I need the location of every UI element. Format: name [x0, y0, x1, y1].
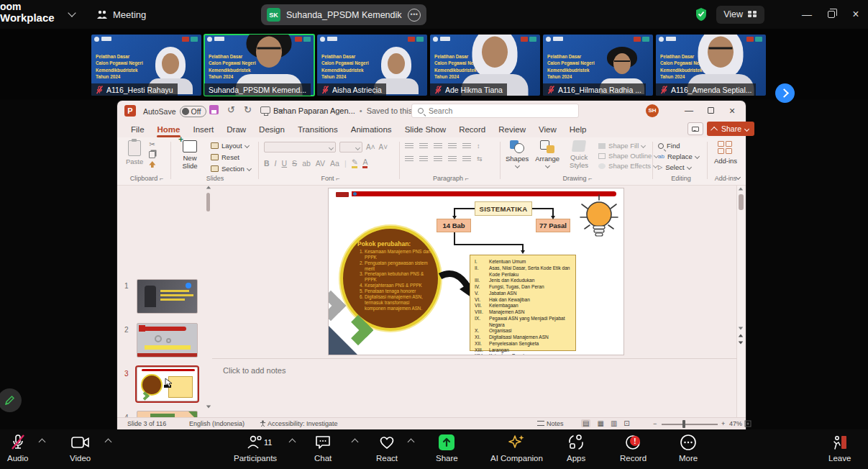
reading-view-icon[interactable]: ▥: [611, 419, 617, 427]
document-title[interactable]: Bahan Paparan Agen...: [273, 106, 355, 115]
zoom-level[interactable]: 47%: [729, 420, 742, 427]
tab-animations[interactable]: Animations: [344, 122, 398, 137]
slideshow-icon[interactable]: [260, 106, 270, 114]
tab-design[interactable]: Design: [252, 122, 291, 137]
tab-file[interactable]: File: [124, 122, 151, 137]
undo-icon[interactable]: ↺: [227, 104, 235, 115]
next-page-button[interactable]: [775, 83, 795, 103]
zoom-in-icon[interactable]: +: [721, 420, 725, 427]
chevron-down-icon[interactable]: [68, 9, 76, 17]
apps-button[interactable]: Apps: [567, 433, 585, 463]
video-tile-1[interactable]: Pelatihan DasarCalon Pegawai NegeriKemen…: [91, 35, 201, 96]
video-button[interactable]: Video: [70, 433, 91, 463]
annotation-pencil-button[interactable]: [0, 388, 22, 412]
more-button[interactable]: More: [679, 433, 698, 463]
smartart-icon[interactable]: ⇆: [477, 155, 483, 163]
shape-effects-button[interactable]: Shape Effects: [598, 162, 658, 170]
view-button[interactable]: View: [716, 6, 764, 24]
slide-thumbnail-1[interactable]: [137, 279, 198, 314]
align-left-icon[interactable]: [405, 156, 414, 163]
tab-meeting[interactable]: Meeting: [96, 6, 146, 23]
highlight-color-button[interactable]: ✎: [352, 158, 358, 168]
char-spacing-button[interactable]: AV: [316, 159, 325, 168]
justify-icon[interactable]: [448, 156, 457, 163]
ppt-minimize-button[interactable]: —: [678, 101, 700, 120]
bullets-icon[interactable]: [405, 143, 414, 150]
accessibility-status[interactable]: Accessibility: Investigate: [260, 420, 338, 427]
slide-info[interactable]: Slide 3 of 116: [127, 420, 166, 427]
slide-thumbnail-3[interactable]: [137, 367, 198, 401]
tab-help[interactable]: Help: [563, 122, 593, 137]
shrink-font-icon[interactable]: A˅: [379, 143, 388, 151]
zoom-slider-knob[interactable]: [682, 420, 685, 428]
collapse-ribbon-icon[interactable]: [736, 169, 740, 182]
search-input[interactable]: Search: [411, 104, 579, 118]
video-tile-3[interactable]: Pelatihan DasarCalon Pegawai NegeriKemen…: [317, 35, 427, 96]
chat-options-chevron[interactable]: [352, 439, 359, 446]
zoom-out-icon[interactable]: −: [653, 420, 657, 427]
security-shield-icon[interactable]: [695, 7, 708, 22]
text-direction-icon[interactable]: ↕: [477, 142, 480, 150]
minimize-button[interactable]: —: [795, 0, 819, 29]
format-painter-icon[interactable]: [149, 161, 155, 168]
text-shadow-button[interactable]: ab: [302, 159, 311, 168]
font-size-select[interactable]: [339, 142, 362, 152]
slides-panel-scrollbar[interactable]: [206, 186, 211, 409]
fit-slide-icon[interactable]: [744, 420, 751, 427]
editor-scrollbar[interactable]: [736, 186, 744, 417]
ppt-close-button[interactable]: ×: [721, 101, 743, 120]
shapes-button[interactable]: Shapes: [506, 140, 529, 170]
notes-toggle[interactable]: Notes: [537, 420, 564, 427]
slideshow-view-icon[interactable]: ⊡: [623, 419, 629, 427]
grow-font-icon[interactable]: A˄: [366, 143, 375, 151]
new-slide-button[interactable]: New Slide: [175, 140, 205, 173]
align-right-icon[interactable]: [434, 156, 442, 163]
font-name-select[interactable]: [264, 142, 336, 152]
language-status[interactable]: English (Indonesia): [189, 420, 245, 427]
video-tile-2[interactable]: Pelatihan DasarCalon Pegawai NegeriKemen…: [204, 35, 314, 96]
numbering-icon[interactable]: [419, 143, 428, 150]
underline-button[interactable]: U: [282, 159, 288, 168]
ai-companion-button[interactable]: AI Companion: [490, 433, 543, 463]
react-button[interactable]: React: [376, 433, 398, 463]
pasal-box[interactable]: 77 Pasal: [536, 219, 570, 232]
audio-button[interactable]: Audio: [7, 433, 28, 463]
user-avatar[interactable]: SH: [646, 104, 659, 117]
ppt-share-button[interactable]: Share: [707, 122, 754, 136]
replace-button[interactable]: abReplace: [658, 152, 704, 160]
session-title-pill[interactable]: SK Suhanda_PPSDM Kemendikubris •••: [261, 4, 426, 25]
shape-fill-button[interactable]: Shape Fill: [598, 142, 658, 150]
layout-button[interactable]: Layout: [211, 142, 251, 150]
reset-button[interactable]: Reset: [211, 153, 251, 161]
tab-insert[interactable]: Insert: [186, 122, 220, 137]
leave-button[interactable]: Leave: [828, 433, 851, 463]
cut-icon[interactable]: ✂: [149, 140, 155, 148]
align-center-icon[interactable]: [419, 156, 428, 163]
quick-styles-button[interactable]: Quick Styles: [566, 140, 592, 170]
video-options-chevron[interactable]: [105, 439, 112, 446]
participants-options-chevron[interactable]: [289, 439, 296, 446]
save-icon[interactable]: [209, 105, 219, 114]
line-spacing-icon[interactable]: [462, 143, 471, 150]
italic-button[interactable]: I: [275, 159, 277, 168]
decrease-indent-icon[interactable]: [434, 143, 442, 150]
change-case-button[interactable]: Aa: [330, 159, 339, 168]
tab-transitions[interactable]: Transitions: [291, 122, 344, 137]
redo-icon[interactable]: ↻: [244, 104, 252, 115]
section-button[interactable]: Section: [211, 165, 251, 173]
slide-thumbnail-2[interactable]: [137, 323, 198, 358]
select-button[interactable]: ▷Select: [658, 163, 704, 171]
video-tile-4[interactable]: Pelatihan DasarCalon Pegawai NegeriKemen…: [430, 35, 540, 96]
arrange-button[interactable]: Arrange: [535, 140, 559, 170]
tab-slide-show[interactable]: Slide Show: [398, 122, 453, 137]
tab-draw[interactable]: Draw: [220, 122, 252, 137]
video-tile-5[interactable]: Pelatihan DasarCalon Pegawai NegeriKemen…: [543, 35, 653, 96]
ppt-restore-button[interactable]: [700, 101, 721, 120]
close-button[interactable]: ×: [844, 0, 868, 29]
shape-outline-button[interactable]: Shape Outline: [598, 152, 658, 160]
tab-record[interactable]: Record: [452, 122, 492, 137]
chat-button[interactable]: Chat: [314, 433, 332, 463]
increase-indent-icon[interactable]: [448, 143, 457, 150]
autosave-toggle[interactable]: AutoSave Off: [143, 106, 206, 117]
strikethrough-button[interactable]: S: [292, 159, 297, 168]
